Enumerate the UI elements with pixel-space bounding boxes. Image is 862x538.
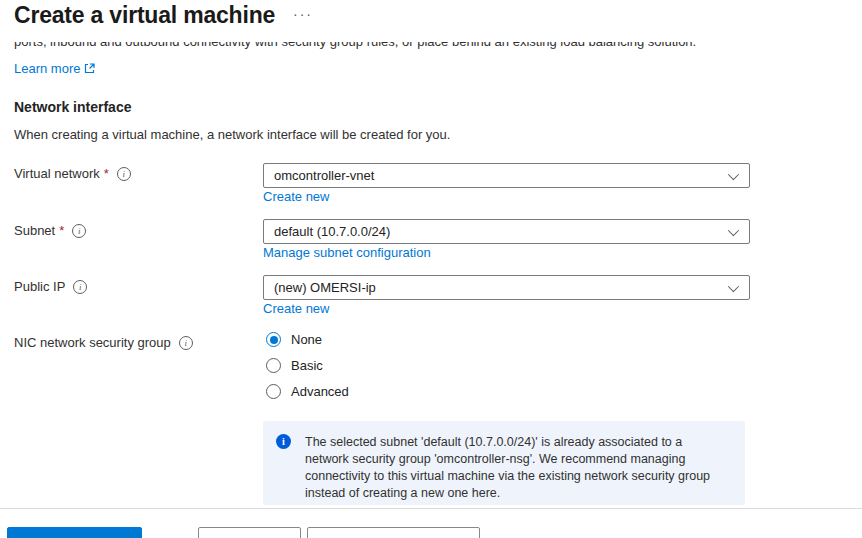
nic-nsg-label: NIC network security group i (14, 335, 193, 350)
required-asterisk: * (104, 166, 109, 181)
section-heading: Network interface (14, 99, 131, 115)
virtual-network-select[interactable]: omcontroller-vnet (263, 163, 750, 188)
chevron-down-icon (728, 281, 739, 292)
radio-unselected-icon (266, 358, 281, 373)
external-link-icon (84, 63, 95, 74)
next-management-button[interactable]: Next : Management > (307, 527, 480, 538)
nsg-option-none[interactable]: None (266, 332, 322, 347)
footer-divider (0, 508, 862, 509)
create-new-vnet-link[interactable]: Create new (263, 189, 329, 204)
manage-subnet-configuration-link[interactable]: Manage subnet configuration (263, 245, 431, 260)
info-circle-icon[interactable]: i (117, 167, 131, 181)
info-box-text: The selected subnet 'default (10.7.0.0/2… (305, 434, 725, 502)
required-asterisk: * (59, 223, 64, 238)
create-vm-page: Create a virtual machine ··· ports, inbo… (0, 0, 862, 538)
nsg-option-basic-label: Basic (291, 358, 323, 373)
chevron-down-icon (728, 169, 739, 180)
previous-button[interactable]: < Previous (198, 527, 301, 538)
info-circle-icon[interactable]: i (179, 336, 193, 350)
info-circle-icon[interactable]: i (73, 280, 87, 294)
nsg-option-advanced-label: Advanced (291, 384, 349, 399)
nsg-option-advanced[interactable]: Advanced (266, 384, 349, 399)
learn-more-link[interactable]: Learn more (14, 61, 95, 76)
nsg-option-basic[interactable]: Basic (266, 358, 323, 373)
subnet-select[interactable]: default (10.7.0.0/24) (263, 219, 750, 244)
nsg-option-none-label: None (291, 332, 322, 347)
radio-selected-icon (266, 332, 281, 347)
subnet-label: Subnet * i (14, 223, 86, 238)
public-ip-value: (new) OMERSI-ip (274, 280, 376, 295)
virtual-network-label: Virtual network * i (14, 166, 131, 181)
info-filled-icon: i (276, 434, 291, 449)
review-create-button[interactable]: Review + create (7, 527, 142, 538)
radio-unselected-icon (266, 384, 281, 399)
public-ip-label: Public IP i (14, 279, 87, 294)
subnet-value: default (10.7.0.0/24) (274, 224, 390, 239)
info-circle-icon[interactable]: i (72, 224, 86, 238)
subnet-nsg-info-box: i The selected subnet 'default (10.7.0.0… (263, 421, 745, 505)
clipped-description-text: ports, inbound and outbound connectivity… (14, 42, 814, 54)
section-description: When creating a virtual machine, a netwo… (14, 127, 450, 142)
create-new-public-ip-link[interactable]: Create new (263, 301, 329, 316)
public-ip-select[interactable]: (new) OMERSI-ip (263, 275, 750, 300)
learn-more-label: Learn more (14, 61, 80, 76)
chevron-down-icon (728, 225, 739, 236)
ellipsis-icon[interactable]: ··· (293, 6, 313, 22)
page-title: Create a virtual machine (14, 2, 275, 29)
virtual-network-value: omcontroller-vnet (274, 168, 374, 183)
